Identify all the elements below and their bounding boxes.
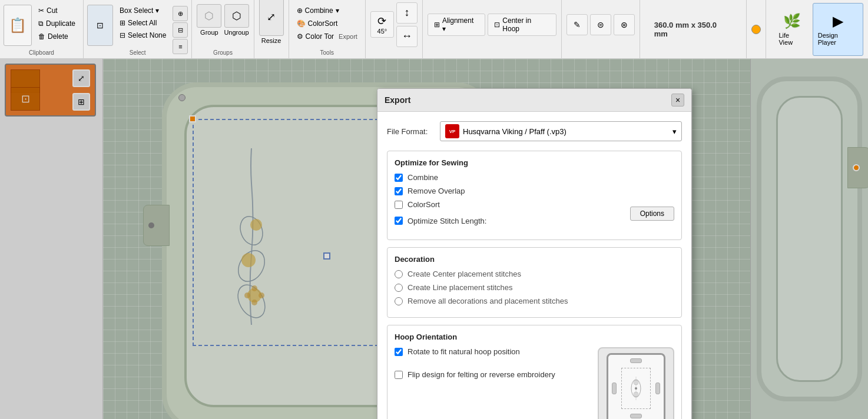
select-all-label: Select All: [128, 19, 157, 27]
group-icon[interactable]: ⬡: [197, 4, 221, 28]
radio-line[interactable]: [395, 284, 403, 292]
hoop-preview-inner: [607, 353, 665, 419]
radio-remove-label: Remove all decorations and placement sti…: [408, 297, 568, 305]
color-tor-export-button[interactable]: ⚙ Color Tor Export: [293, 31, 362, 42]
stitch-preview-icon: ✎: [574, 20, 581, 29]
combine-checkbox[interactable]: [395, 174, 403, 182]
tools-label: Tools: [320, 49, 334, 56]
hoop-preview-center: [635, 387, 637, 390]
dimensions-display: 360.0 mm x 350.0 mm: [650, 19, 737, 39]
box-select-icon[interactable]: ⊡: [87, 5, 113, 46]
center-in-hoop-button[interactable]: ⊡ Center in Hoop: [488, 14, 556, 36]
delete-icon: 🗑: [38, 32, 45, 41]
optimize-stitch-row: Optimize Stitch Length: Options: [395, 214, 674, 228]
life-view-icon: 🌿: [783, 13, 801, 29]
dropdown-icon: ▾: [155, 6, 159, 15]
duplicate-icon: ⧉: [38, 19, 44, 28]
combine-label: Combine: [305, 6, 333, 15]
alignment-icon: ⊞: [434, 21, 440, 29]
ungroup-icon[interactable]: ⬡: [224, 4, 249, 28]
hoop-tools-section: ✎ ⊜ ⊛: [562, 0, 640, 58]
box-select-label: Box Select: [120, 6, 153, 15]
rotate-row: Rotate to fit natural hoop position: [395, 347, 591, 356]
rotate-label: Rotate to fit natural hoop position: [408, 347, 520, 356]
file-format-row: File Format: VP Husqvarna Viking / Pfaff…: [387, 121, 682, 141]
design-player-icon: ▶: [833, 13, 843, 29]
radio-center-label: Create Center placement stitches: [408, 270, 521, 278]
select-option2-icon[interactable]: ⊟: [173, 22, 188, 38]
flip-horizontal-button[interactable]: ↔: [396, 26, 418, 47]
radio-center[interactable]: [395, 270, 403, 278]
angle-button[interactable]: ⟳ 45°: [370, 11, 394, 38]
scissors-icon: ✂: [38, 6, 44, 15]
export-dialog: Export × File Format: VP Husqvarna Vikin…: [377, 88, 692, 419]
flip-row: Flip design for felting or reverse embro…: [395, 370, 591, 379]
hoop-view-button[interactable]: ⊜: [590, 14, 611, 35]
remove-overlap-checkbox[interactable]: [395, 187, 403, 195]
dialog-close-button[interactable]: ×: [671, 94, 684, 107]
hoop-orientation-content: Rotate to fit natural hoop position Flip…: [395, 347, 674, 419]
transform-section: ⟳ 45° ↕ ↔: [366, 0, 423, 58]
decoration-title: Decoration: [395, 255, 674, 264]
resize-icon[interactable]: ⤢: [259, 0, 284, 36]
rotate-checkbox[interactable]: [395, 348, 403, 356]
select-none-label: Select None: [128, 31, 166, 39]
flip-label: Flip design for felting or reverse embro…: [408, 370, 555, 379]
hoop-preview-top-bar: [630, 358, 642, 363]
dialog-overlay: Export × File Format: VP Husqvarna Vikin…: [0, 59, 868, 419]
color-sort-button[interactable]: 🎨 ColorSort: [293, 18, 362, 29]
optimize-title: Optimize for Sewing: [395, 158, 674, 167]
cut-button[interactable]: ✂ Cut: [34, 5, 79, 16]
life-view-button[interactable]: 🌿 Life View: [773, 3, 810, 56]
center-hoop-icon: ⊡: [494, 21, 500, 29]
select-option3-icon[interactable]: ≡: [173, 39, 188, 54]
dialog-body: File Format: VP Husqvarna Viking / Pfaff…: [377, 112, 691, 419]
design-player-button[interactable]: ▶ Design Player: [813, 3, 863, 56]
stitch-preview-button[interactable]: ✎: [566, 14, 588, 35]
hoop-select-button[interactable]: ⊛: [614, 14, 635, 35]
hoop-preview-bottom-bar: [630, 414, 642, 418]
color-sort-label: ColorSort: [408, 200, 440, 209]
combine-row: Combine: [395, 173, 674, 182]
paste-icon[interactable]: 📋: [4, 5, 32, 46]
hoop-orientation-section: Hoop Orientation Rotate to fit natural h…: [387, 325, 682, 419]
delete-button[interactable]: 🗑 Delete: [34, 31, 79, 42]
flip-checkbox[interactable]: [395, 371, 403, 379]
radio-center-row: Create Center placement stitches: [395, 270, 674, 278]
optimize-stitch-checkbox[interactable]: [395, 217, 403, 225]
alignment-button[interactable]: ⊞ Alignment ▾: [428, 14, 485, 36]
flip-vertical-button[interactable]: ↕: [396, 2, 418, 24]
color-sort-icon: 🎨: [297, 19, 306, 28]
select-section: ⊡ Box Select ▾ ⊞ Select All ⊟ Select Non…: [84, 0, 192, 58]
remove-overlap-row: Remove Overlap: [395, 187, 674, 195]
color-indicator-section: [747, 0, 766, 58]
radio-remove[interactable]: [395, 297, 403, 305]
radio-line-label: Create Line placement stitches: [408, 283, 512, 292]
color-indicator: [751, 25, 761, 34]
alignment-section: ⊞ Alignment ▾ ⊡ Center in Hoop: [423, 0, 562, 58]
tools-section: ⊕ Combine ▾ 🎨 ColorSort ⚙ Color Tor Expo…: [289, 0, 366, 58]
options-button[interactable]: Options: [630, 207, 674, 221]
select-none-icon: ⊟: [120, 31, 125, 39]
resize-label: Resize: [261, 37, 281, 44]
combine-button[interactable]: ⊕ Combine ▾: [293, 5, 362, 16]
select-all-button[interactable]: ⊞ Select All: [115, 17, 170, 29]
groups-section: ⬡ Group ⬡ Ungroup Groups: [192, 0, 254, 58]
main-area: ⊡ ⤢ ⊞: [0, 59, 868, 419]
file-format-dropdown-icon: ▾: [672, 127, 677, 136]
select-option1-icon[interactable]: ⊕: [173, 6, 188, 21]
file-format-label: File Format:: [387, 127, 440, 136]
file-format-icon-text: VP: [449, 129, 456, 134]
duplicate-button[interactable]: ⧉ Duplicate: [34, 18, 79, 29]
angle-icon: ⟳: [377, 15, 386, 28]
flip-vertical-icon: ↕: [404, 6, 409, 19]
select-none-button[interactable]: ⊟ Select None: [115, 29, 170, 41]
color-sort-label: ColorSort: [308, 19, 338, 28]
ungroup-label: Ungroup: [224, 29, 249, 36]
color-sort-checkbox[interactable]: [395, 201, 403, 209]
groups-label: Groups: [213, 49, 233, 56]
file-format-value: Husqvarna Viking / Pfaff (.vp3): [463, 127, 669, 136]
file-format-select[interactable]: VP Husqvarna Viking / Pfaff (.vp3) ▾: [440, 121, 682, 141]
remove-overlap-label: Remove Overlap: [408, 187, 465, 195]
box-select-button[interactable]: Box Select ▾: [115, 5, 170, 16]
